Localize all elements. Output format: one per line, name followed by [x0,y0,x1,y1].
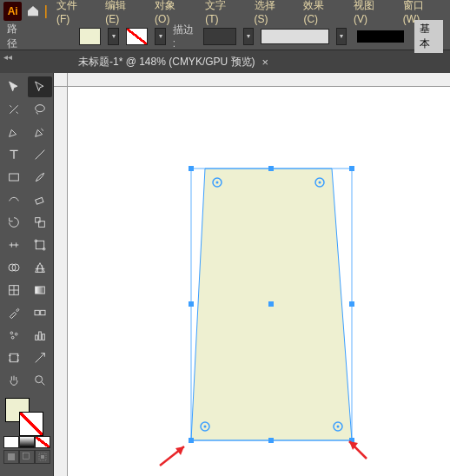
eyedropper-tool[interactable] [2,302,26,323]
svg-rect-33 [349,301,354,307]
svg-rect-2 [36,197,43,204]
svg-rect-35 [268,438,274,443]
svg-point-40 [319,182,321,184]
gradient-tool[interactable] [28,280,52,301]
artboard-tool[interactable] [2,347,26,368]
width-tool[interactable] [2,235,26,255]
magic-wand-tool[interactable] [2,99,26,120]
app-logo: Ai [3,2,22,21]
svg-point-42 [204,426,207,428]
brush-definition[interactable] [357,30,403,43]
annotation-arrow-left [158,443,193,469]
eraser-tool[interactable] [28,189,52,210]
annotation-arrow-right [344,438,370,460]
document-tab-bar: 未标题-1* @ 148% (CMYK/GPU 预览) × [0,50,450,73]
svg-point-21 [36,376,43,383]
zoom-tool[interactable] [28,370,52,391]
menu-edit[interactable]: 编辑(E) [98,0,146,29]
type-tool[interactable] [2,144,26,165]
lasso-tool[interactable] [28,99,52,120]
toolbox [0,73,54,476]
color-mode[interactable] [3,436,19,448]
svg-rect-30 [268,166,274,171]
stroke-color-box[interactable] [19,412,43,436]
svg-point-14 [10,332,13,334]
artboard[interactable] [68,87,450,476]
svg-rect-22 [8,453,15,460]
document-tab-title: 未标题-1* @ 148% (CMYK/GPU 预览) [78,55,255,69]
shape-builder-tool[interactable] [2,257,26,278]
svg-rect-45 [268,301,274,307]
document-tab[interactable]: 未标题-1* @ 148% (CMYK/GPU 预览) × [69,51,277,73]
close-icon[interactable]: × [262,56,269,69]
svg-point-15 [15,333,17,335]
fill-dropdown-icon[interactable]: ▾ [108,28,119,45]
column-graph-tool[interactable] [28,325,52,346]
draw-normal-icon[interactable] [3,450,19,464]
stroke-swatch[interactable] [126,28,148,45]
menu-file[interactable]: 文件(F) [50,0,96,29]
brush-basic-label[interactable]: 基本 [414,20,443,53]
svg-rect-26 [41,455,44,459]
svg-rect-3 [36,218,40,222]
perspective-grid-tool[interactable] [28,257,52,278]
svg-point-38 [216,182,219,184]
svg-point-44 [337,426,340,428]
svg-rect-18 [39,332,42,340]
stroke-weight-dropdown-icon[interactable]: ▾ [243,28,255,45]
direct-selection-tool[interactable] [28,76,52,97]
svg-rect-23 [24,454,30,460]
none-mode[interactable] [35,436,50,448]
paintbrush-tool[interactable] [28,167,52,188]
selection-tool[interactable] [2,76,26,97]
free-transform-tool[interactable] [28,235,52,255]
svg-rect-17 [36,335,38,340]
ruler-corner [54,73,68,87]
canvas-area [54,73,450,476]
stroke-dropdown-icon[interactable]: ▾ [155,28,166,45]
toolbox-expand-icon[interactable]: ◂◂ [3,52,12,62]
stroke-profile-dropdown-icon[interactable]: ▾ [336,28,347,45]
scale-tool[interactable] [28,212,52,233]
menu-bar: Ai | 文件(F) 编辑(E) 对象(O) 文字(T) 选择(S) 效果(C)… [0,0,450,23]
svg-rect-29 [189,166,194,171]
mini-swatches [2,436,51,448]
svg-rect-11 [36,287,45,294]
menu-type[interactable]: 文字(T) [198,0,245,29]
home-icon[interactable] [23,2,42,21]
draw-behind-icon[interactable] [19,450,35,464]
rectangle-tool[interactable] [2,167,26,188]
svg-rect-31 [349,166,354,171]
blend-tool[interactable] [28,302,52,323]
svg-rect-32 [189,301,194,307]
pen-tool[interactable] [2,122,26,142]
menu-select[interactable]: 选择(S) [248,0,295,29]
stroke-weight-field[interactable] [203,28,236,45]
stroke-profile-field[interactable] [261,29,328,44]
symbol-sprayer-tool[interactable] [2,325,26,346]
svg-rect-19 [43,334,45,340]
vertical-ruler[interactable] [54,87,68,476]
mesh-tool[interactable] [2,280,26,301]
svg-rect-13 [41,310,45,314]
draw-mode-row [2,450,51,464]
hand-tool[interactable] [2,370,26,391]
svg-point-16 [11,336,14,339]
horizontal-ruler[interactable] [68,73,450,87]
fill-swatch[interactable] [79,28,101,45]
selection-type-label: 路径 [7,22,25,51]
slice-tool[interactable] [28,347,52,368]
rotate-tool[interactable] [2,212,26,233]
menu-view[interactable]: 视图(V) [347,0,394,29]
svg-rect-20 [10,354,17,361]
gradient-mode[interactable] [19,436,35,448]
stroke-label: 描边 : [173,23,196,50]
selected-shape[interactable] [68,87,450,476]
curvature-tool[interactable] [28,122,52,142]
fill-stroke-indicator[interactable] [2,396,51,434]
draw-inside-icon[interactable] [35,450,50,464]
shaper-tool[interactable] [2,189,26,210]
line-segment-tool[interactable] [28,144,52,165]
menu-effect[interactable]: 效果(C) [296,0,345,29]
svg-point-0 [36,105,45,112]
